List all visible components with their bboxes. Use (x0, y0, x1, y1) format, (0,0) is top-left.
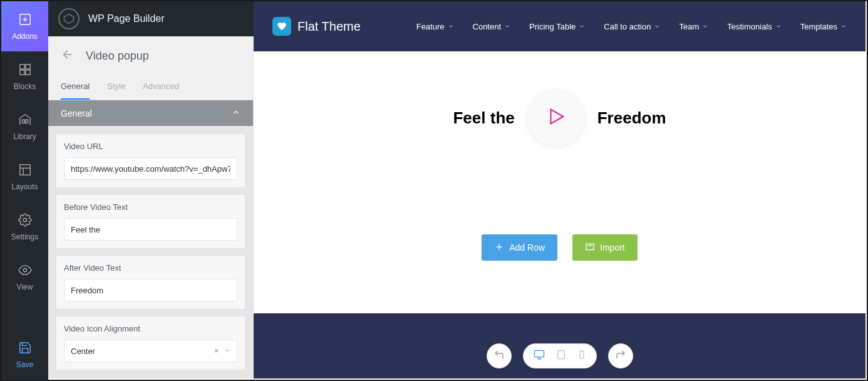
save-icon (18, 341, 32, 357)
main-nav: Feature Content Pricing Table Call to ac… (416, 22, 847, 31)
desktop-icon[interactable] (534, 349, 545, 363)
chevron-down-icon (702, 23, 708, 29)
canvas: Flat Theme Feature Content Pricing Table… (254, 1, 865, 378)
chevron-down-icon (579, 23, 585, 29)
nav-feature[interactable]: Feature (416, 22, 454, 31)
chevron-down-icon (504, 23, 510, 29)
svg-rect-7 (22, 120, 24, 123)
rail-blocks[interactable]: Blocks (1, 51, 48, 102)
svg-marker-18 (550, 110, 563, 124)
tab-general[interactable]: General (61, 75, 90, 100)
field-before-text: Before Video Text (56, 194, 245, 249)
library-icon (18, 113, 32, 128)
field-label: Video URL (64, 142, 237, 151)
nav-cta[interactable]: Call to action (604, 22, 660, 31)
video-url-input[interactable] (64, 157, 237, 180)
hero: Feel the Freedom (254, 51, 865, 172)
rail-save[interactable]: Save (1, 330, 48, 380)
svg-rect-23 (534, 350, 544, 357)
plus-square-icon (18, 13, 32, 28)
rail-label: Layouts (11, 182, 38, 191)
accordion-label: General (61, 108, 92, 118)
brand-logo-icon (272, 17, 291, 36)
svg-rect-4 (25, 64, 29, 68)
svg-marker-14 (65, 14, 74, 24)
import-icon (585, 242, 595, 254)
device-preview (523, 343, 597, 368)
svg-rect-3 (19, 64, 24, 68)
nav-pricing[interactable]: Pricing Table (529, 22, 585, 31)
accordion-general[interactable]: General (48, 100, 253, 126)
brand-text: Flat Theme (297, 19, 361, 34)
site-header: Flat Theme Feature Content Pricing Table… (254, 1, 865, 51)
svg-rect-26 (557, 350, 564, 358)
rail-addons[interactable]: Addons (1, 1, 48, 51)
field-label: Before Video Text (64, 202, 237, 212)
play-icon (545, 106, 567, 130)
tab-style[interactable]: Style (107, 75, 125, 100)
redo-button[interactable] (608, 343, 633, 368)
clear-icon[interactable]: × (214, 347, 219, 355)
app-logo-icon (58, 8, 80, 29)
undo-button[interactable] (487, 343, 512, 368)
chevron-down-icon (654, 23, 660, 29)
brand[interactable]: Flat Theme (272, 17, 361, 36)
app-title: WP Page Builder (88, 13, 165, 24)
tab-advanced[interactable]: Advanced (143, 75, 179, 100)
bottom-controls (487, 343, 633, 368)
chevron-up-icon (232, 108, 240, 118)
chevron-down-icon[interactable] (224, 345, 231, 357)
redo-icon (615, 349, 626, 363)
chevron-down-icon (448, 23, 454, 29)
back-button[interactable] (61, 48, 75, 64)
eye-icon (18, 263, 32, 279)
svg-point-13 (23, 268, 27, 272)
rail-view[interactable]: View (1, 252, 48, 302)
gear-icon (18, 213, 32, 229)
import-button[interactable]: Import (572, 234, 638, 261)
video-play-button[interactable] (527, 89, 585, 147)
chevron-down-icon (840, 23, 847, 29)
before-text-input[interactable] (64, 218, 237, 241)
svg-rect-21 (586, 244, 594, 249)
plus-icon (494, 242, 504, 254)
rail-label: Library (13, 132, 36, 141)
button-label: Add Row (509, 243, 545, 253)
field-alignment: Video Icon Alignment × (56, 316, 245, 370)
field-label: After Video Text (64, 263, 237, 273)
alignment-select[interactable] (64, 340, 237, 362)
undo-icon (493, 349, 505, 363)
rail-settings[interactable]: Settings (1, 202, 48, 252)
rail-label: Settings (11, 232, 38, 241)
rail-label: Addons (12, 32, 38, 41)
rail-layouts[interactable]: Layouts (1, 152, 48, 202)
left-rail: Addons Blocks Library Layouts Settings V… (1, 1, 48, 380)
svg-rect-8 (25, 120, 28, 123)
nav-team[interactable]: Team (679, 22, 708, 31)
rail-label: View (17, 283, 33, 291)
nav-testimonials[interactable]: Testimonials (727, 22, 782, 31)
svg-rect-9 (19, 164, 30, 175)
after-text-input[interactable] (64, 279, 237, 301)
field-video-url: Video URL (56, 133, 245, 188)
panel-title: Video popup (86, 50, 149, 63)
mobile-icon[interactable] (577, 350, 586, 362)
nav-templates[interactable]: Templates (800, 22, 847, 31)
layouts-icon (18, 163, 32, 179)
row-actions: Add Row Import (254, 172, 865, 261)
button-label: Import (600, 243, 625, 253)
settings-panel: Video popup General Style Advanced Gener… (48, 36, 254, 378)
field-label: Video Icon Alignment (64, 324, 237, 333)
svg-point-12 (23, 218, 27, 222)
add-row-button[interactable]: Add Row (482, 234, 557, 261)
hero-before-text: Feel the (453, 108, 514, 128)
blocks-icon (18, 63, 32, 78)
svg-rect-5 (19, 70, 24, 74)
rail-library[interactable]: Library (1, 102, 48, 152)
rail-label: Blocks (14, 82, 36, 91)
svg-rect-6 (25, 70, 29, 74)
hero-after-text: Freedom (597, 108, 666, 128)
tablet-icon[interactable] (556, 350, 566, 362)
panel-tabs: General Style Advanced (48, 75, 253, 100)
nav-content[interactable]: Content (473, 22, 511, 31)
